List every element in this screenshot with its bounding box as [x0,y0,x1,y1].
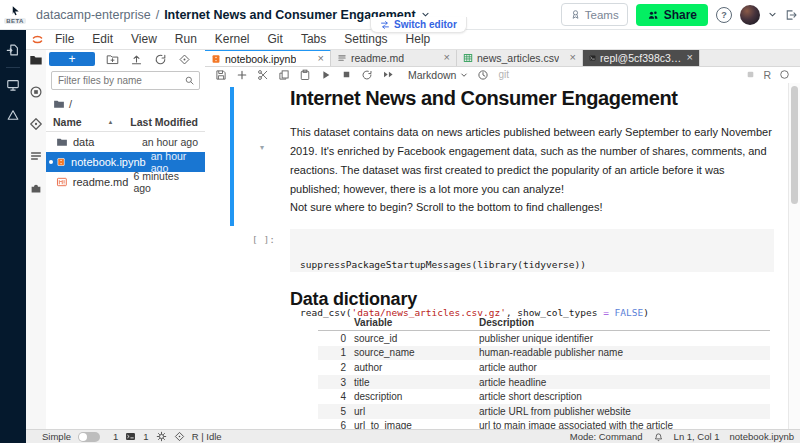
share-button[interactable]: Share [636,4,708,26]
tab-repl[interactable]: repl@5cf398c3-6c4c-4ce × [583,49,700,66]
menu-kernel[interactable]: Kernel [206,32,259,46]
sign-out-icon[interactable] [785,9,797,21]
new-folder-icon[interactable] [106,53,119,66]
new-launcher-button[interactable]: + [49,52,95,66]
menu-git[interactable]: Git [259,32,292,46]
kernels-count[interactable]: 1 [143,431,148,442]
plus-glyph: + [68,53,75,65]
extensions-puzzle-icon[interactable] [29,181,43,195]
copy-icon[interactable] [278,69,290,81]
restart-run-all-icon[interactable] [382,68,395,81]
file-row-data[interactable]: data an hour ago [46,132,205,152]
kernel-name[interactable]: R [763,69,771,81]
column-last-modified[interactable]: Last Modified [130,116,198,128]
publish-file-icon[interactable] [6,43,20,57]
add-cell-icon[interactable] [236,69,248,81]
git-toolbar-label[interactable]: git [498,69,509,80]
path-breadcrumb[interactable]: / [46,93,205,113]
paste-icon[interactable] [299,69,311,81]
stop-kernel-icon[interactable] [341,69,352,80]
switch-editor-label: Switch editor [394,19,457,30]
running-kernels-icon[interactable] [29,85,43,99]
running-dot [49,160,53,164]
terminals-count[interactable]: 1 [113,431,118,442]
command-mode-indicator: Mode: Command [570,431,643,442]
tab-label: repl@5cf398c3-6c4c-4ce [600,52,683,64]
tab-readme[interactable]: readme.md × [331,49,457,66]
tab-bar: notebook.ipynb × readme.md × news_articl… [205,49,800,67]
triangle-share-icon[interactable] [6,108,20,122]
refresh-icon[interactable] [154,53,167,66]
close-icon[interactable]: × [318,53,324,64]
cursor-logo-icon [9,5,21,17]
table-row: 5 url article URL from publisher website [318,404,770,419]
git-clone-icon[interactable] [178,53,191,66]
close-icon[interactable]: × [444,52,450,63]
menu-edit[interactable]: Edit [83,32,122,46]
datacamp-logo[interactable]: BETA [0,0,30,29]
teams-icon [570,9,581,20]
bell-icon[interactable] [653,431,664,442]
monitor-icon[interactable] [6,78,20,92]
sort-asc-icon[interactable]: ▲ [108,119,114,125]
account-chevron-icon[interactable] [768,10,777,19]
file-row-notebook[interactable]: notebook.ipynb an hour ago [46,152,205,172]
status-bar-right: Mode: Command Ln 1, Col 1 notebook.ipynb [570,431,794,442]
history-clock-icon[interactable] [477,69,489,81]
kernel-indicator-group: R [746,69,790,81]
cut-icon[interactable] [257,69,269,81]
restart-kernel-icon[interactable] [361,69,373,81]
workspace-name[interactable]: datacamp-enterprise [36,8,151,22]
simple-mode-toggle[interactable] [78,432,100,442]
kernel-status[interactable]: R | Idle [192,431,222,442]
search-icon [184,75,195,86]
git-status-icon[interactable] [174,431,185,442]
swap-arrows-icon [380,20,390,30]
file-row-readme[interactable]: readme.md 6 minutes ago [46,172,205,192]
activity-bar [26,49,47,430]
terminal-tab-icon [589,53,596,63]
close-icon[interactable]: × [687,52,693,63]
share-people-icon [647,9,659,21]
tab-notebook[interactable]: notebook.ipynb × [205,49,331,66]
file-modified: an hour ago [142,136,198,148]
menu-settings[interactable]: Settings [335,32,396,46]
cursor-position[interactable]: Ln 1, Col 1 [674,431,720,442]
filter-files-input[interactable] [51,71,200,90]
tab-label: readme.md [351,52,404,64]
avatar[interactable] [740,5,760,25]
cell-collapser-icon[interactable]: ▾ [260,143,264,152]
menu-file[interactable]: File [46,32,83,46]
menu-tabs[interactable]: Tabs [292,32,335,46]
teams-button[interactable]: Teams [561,3,628,26]
table-of-contents-icon[interactable] [29,149,43,163]
file-browser-icon[interactable] [29,53,43,67]
kernel-status-icon[interactable] [779,69,790,80]
menu-view[interactable]: View [122,32,166,46]
upload-icon[interactable] [130,53,143,66]
active-cell-indicator[interactable] [230,87,234,226]
workspace-window: BETA datacamp-enterprise / Internet News… [0,0,800,443]
table-row: 1 source_name human-readable publisher n… [318,346,770,361]
cell-type-dropdown[interactable]: Markdown [408,69,468,81]
toolbar-extra-icon[interactable] [746,70,755,79]
code-cell[interactable]: suppressPackageStartupMessages(library(t… [290,229,774,272]
git-panel-icon[interactable] [29,117,43,131]
save-icon[interactable] [215,69,227,81]
vertical-scrollbar[interactable] [788,83,800,430]
menu-help[interactable]: Help [397,32,440,46]
tab-csv[interactable]: news_articles.csv × [457,49,583,66]
close-icon[interactable]: × [570,52,576,63]
column-name[interactable]: Name [53,116,82,128]
notebook-file-icon [56,156,66,168]
gear-icon[interactable] [156,431,167,442]
switch-editor-button[interactable]: Switch editor [370,17,467,33]
file-name: data [73,136,94,148]
terminal-icon[interactable] [125,431,136,442]
help-button[interactable]: ? [716,7,732,23]
top-bar-actions: Teams Share ? [561,0,797,29]
scrollbar-thumb[interactable] [791,86,798,204]
teams-label: Teams [585,9,619,21]
run-cell-icon[interactable] [320,69,332,81]
menu-run[interactable]: Run [166,32,206,46]
